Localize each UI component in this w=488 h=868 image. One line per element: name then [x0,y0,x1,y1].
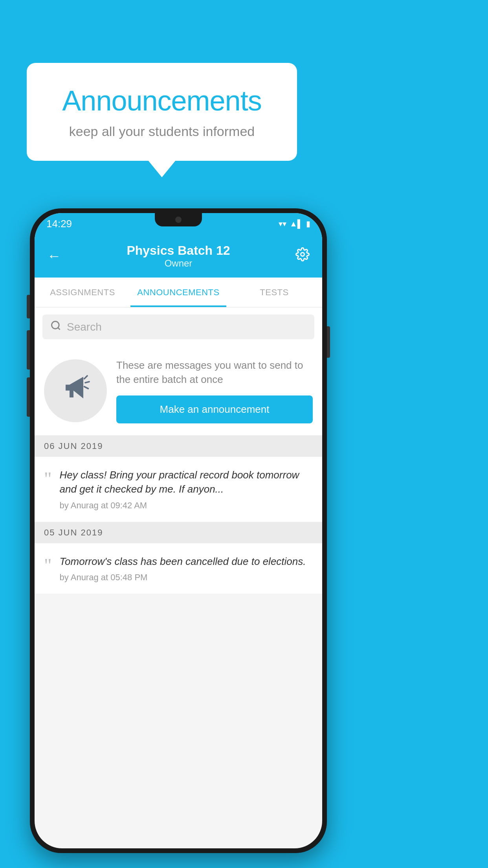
battery-icon: ▮ [306,219,310,228]
phone-frame: 14:29 ▾▾ ▲▌ ▮ ← Physics Batch 12 Owner [30,208,327,853]
megaphone-icon [60,372,91,410]
tabs-bar: ASSIGNMENTS ANNOUNCEMENTS TESTS [35,278,322,307]
app-bar-title-section: Physics Batch 12 Owner [64,243,292,269]
status-time: 14:29 [46,218,72,230]
search-bar[interactable]: Search [42,314,314,339]
signal-icon: ▲▌ [290,219,303,228]
power-button[interactable] [327,326,330,358]
mute-button[interactable] [27,295,30,318]
back-button[interactable]: ← [44,245,64,267]
announcement-meta-1: by Anurag at 09:42 AM [60,500,313,511]
phone-screen: 14:29 ▾▾ ▲▌ ▮ ← Physics Batch 12 Owner [35,213,322,848]
announcement-message-2: Tomorrow's class has been cancelled due … [60,554,313,568]
status-icons: ▾▾ ▲▌ ▮ [279,219,310,228]
app-bar: ← Physics Batch 12 Owner [35,234,322,278]
announcement-icon-circle [44,359,107,422]
settings-button[interactable] [292,244,313,268]
tab-tests[interactable]: TESTS [226,278,322,307]
bubble-subtitle: keep all your students informed [50,124,273,139]
camera [175,217,182,223]
svg-line-2 [58,327,60,329]
announcement-item-1: " Hey class! Bring your practical record… [35,457,322,522]
quote-icon-2: " [44,556,52,575]
date-divider-1: 06 JUN 2019 [35,436,322,457]
search-icon [50,320,61,334]
announcement-text-block-2: Tomorrow's class has been cancelled due … [60,554,313,583]
svg-point-1 [52,322,59,329]
svg-point-0 [301,253,305,256]
speech-bubble-container: Announcements keep all your students inf… [27,63,297,161]
announcement-description: These are messages you want to send to t… [116,358,313,387]
make-announcement-button[interactable]: Make an announcement [116,395,313,423]
volume-up-button[interactable] [27,330,30,370]
tab-announcements[interactable]: ANNOUNCEMENTS [130,278,226,307]
svg-line-4 [85,382,89,383]
bubble-title: Announcements [50,85,273,117]
announcement-message-1: Hey class! Bring your practical record b… [60,468,313,497]
tab-assignments[interactable]: ASSIGNMENTS [35,278,130,307]
announcement-right: These are messages you want to send to t… [116,358,313,423]
announcement-text-block-1: Hey class! Bring your practical record b… [60,468,313,511]
svg-line-5 [84,386,88,388]
app-bar-subtitle: Owner [64,258,292,269]
announcement-prompt: These are messages you want to send to t… [35,346,322,436]
notch [155,213,202,226]
announcement-meta-2: by Anurag at 05:48 PM [60,572,313,583]
status-bar: 14:29 ▾▾ ▲▌ ▮ [35,213,322,234]
svg-line-3 [84,376,88,379]
wifi-icon: ▾▾ [279,219,286,228]
search-bar-container: Search [35,307,322,346]
speech-bubble: Announcements keep all your students inf… [27,63,297,161]
announcement-item-2: " Tomorrow's class has been cancelled du… [35,543,322,594]
quote-icon-1: " [44,469,52,488]
search-input[interactable]: Search [67,321,102,333]
date-divider-2: 05 JUN 2019 [35,522,322,543]
app-bar-title: Physics Batch 12 [64,243,292,258]
volume-down-button[interactable] [27,377,30,417]
